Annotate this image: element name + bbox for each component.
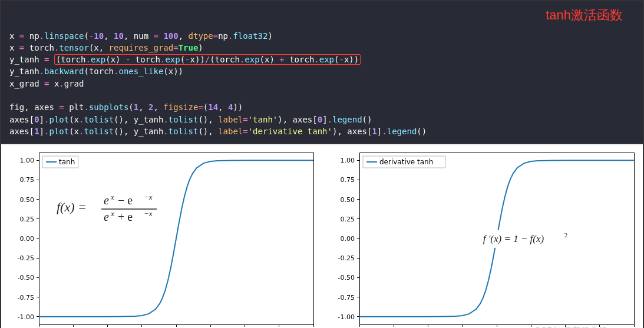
svg-text:1.00: 1.00: [20, 157, 35, 165]
code-token: ]: [39, 127, 44, 136]
code-token: legend: [387, 127, 417, 136]
code-cell: tanh激活函数 x = np.linspace(-10, 10, num = …: [0, 0, 644, 144]
code-token: .: [163, 115, 168, 124]
code-token: (),: [198, 115, 218, 124]
code-token: (): [362, 115, 372, 124]
code-token: 2: [148, 102, 153, 112]
code-token: .: [382, 127, 387, 136]
code-token: .: [59, 79, 64, 88]
code-token: 0: [318, 115, 322, 124]
code-token: backward: [44, 67, 84, 76]
code-token: ones_like: [118, 67, 163, 76]
code-token: grad: [64, 79, 84, 88]
plot-output: -1.00-0.75-0.50-0.250.000.250.500.751.00…: [0, 144, 644, 328]
code-token: plot: [49, 127, 69, 136]
code-token: .: [84, 102, 88, 112]
code-token: float32: [233, 31, 267, 41]
svg-text:0.00: 0.00: [340, 235, 355, 243]
code-token: ): [198, 43, 203, 52]
svg-text:0.25: 0.25: [20, 216, 35, 223]
svg-text:-0.25: -0.25: [338, 254, 354, 262]
code-token: (: [203, 102, 208, 112]
code-token: requires_grad: [109, 43, 174, 52]
svg-text:− e: − e: [118, 194, 133, 207]
code-token: 1: [372, 127, 377, 136]
code-token: )): [233, 102, 243, 112]
code-token: y_tanh: [9, 67, 39, 76]
code-token: figsize: [163, 102, 198, 112]
code-token: ,: [179, 31, 189, 41]
code-token: tolist: [169, 127, 199, 136]
code-token: x: [9, 43, 19, 52]
svg-text:x: x: [110, 209, 114, 218]
svg-text:0.50: 0.50: [20, 196, 35, 204]
svg-text:0.25: 0.25: [340, 216, 355, 223]
code-token: 'tanh': [248, 115, 278, 124]
code-token: plot: [49, 115, 69, 124]
svg-text:e: e: [104, 210, 109, 223]
code-token: 100: [163, 31, 178, 41]
code-token: ,: [104, 31, 114, 41]
code-token: ), axes[: [278, 115, 317, 124]
code-token: subplots: [89, 102, 128, 112]
svg-text:e: e: [104, 194, 109, 207]
code-token: axes[: [9, 115, 34, 124]
svg-text:-0.50: -0.50: [18, 274, 34, 282]
code-token: tensor: [59, 43, 89, 52]
code-token: 1: [34, 127, 39, 136]
svg-text:1.00: 1.00: [340, 157, 355, 165]
svg-text:-1.00: -1.00: [18, 313, 34, 321]
code-token: (: [128, 102, 133, 112]
code-token: 'derivative tanh': [248, 127, 332, 136]
svg-text:-0.25: -0.25: [18, 254, 34, 262]
svg-text:0.00: 0.00: [20, 235, 35, 243]
code-token: tolist: [169, 115, 199, 124]
annotation-label: tanh激活函数: [546, 6, 623, 25]
code-token: 0: [34, 115, 39, 124]
code-token: x: [49, 79, 59, 88]
code-token: (), y_tanh: [114, 115, 163, 124]
code-token: (x)): [163, 67, 183, 76]
code-token: x: [9, 31, 19, 41]
svg-text:+ e: + e: [118, 210, 133, 223]
code-token: ,: [138, 102, 148, 112]
code-token: [49, 55, 54, 64]
code-token: ,: [218, 102, 228, 112]
code-token: np: [24, 31, 39, 41]
code-token: ]: [39, 115, 44, 124]
code-token: =: [213, 31, 218, 41]
chart-derivative-tanh: -1.00-0.75-0.50-0.250.000.250.500.751.00…: [325, 147, 640, 328]
code-token: (torch: [84, 67, 114, 76]
svg-text:derivative tanh: derivative tanh: [379, 158, 433, 166]
code-token: =: [198, 102, 203, 112]
svg-text:f '(x) = 1 − f(x): f '(x) = 1 − f(x): [483, 233, 544, 244]
code-token: .: [328, 115, 332, 124]
code-token: linspace: [44, 31, 84, 41]
svg-text:tanh: tanh: [59, 158, 75, 166]
code-token: y_tanh: [9, 55, 44, 64]
svg-text:-0.75: -0.75: [18, 294, 34, 302]
svg-text:2: 2: [564, 231, 567, 238]
svg-text:0.50: 0.50: [340, 196, 355, 204]
code-token: (: [84, 31, 88, 41]
code-token: np: [218, 31, 228, 41]
code-token: (x: [69, 115, 79, 124]
code-token: axes[: [9, 127, 34, 136]
code-token: 10: [94, 31, 104, 41]
code-token: (x,: [89, 43, 109, 52]
code-token: legend: [332, 115, 362, 124]
code-token: =: [173, 43, 178, 52]
svg-text:-0.50: -0.50: [338, 274, 354, 282]
svg-text:0.75: 0.75: [20, 177, 35, 184]
highlighted-expression: (torch.exp(x) - torch.exp(-x))/(torch.ex…: [54, 54, 361, 65]
svg-text:x: x: [110, 193, 114, 201]
code-token: (): [417, 127, 427, 136]
code-token: dtype: [189, 31, 213, 41]
svg-text:−x: −x: [144, 209, 153, 218]
code-token: .: [39, 31, 44, 41]
svg-text:0.75: 0.75: [340, 177, 355, 184]
code-token: True: [179, 43, 199, 52]
svg-text:f(x) =: f(x) =: [57, 200, 87, 214]
code-token: ,: [154, 102, 164, 112]
code-token: =: [243, 115, 247, 124]
